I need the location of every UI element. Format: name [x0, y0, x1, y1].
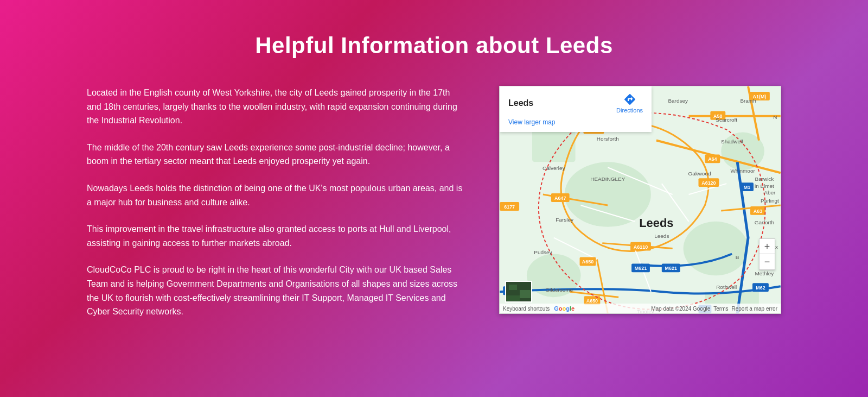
map-report-link[interactable]: Report a map error: [732, 306, 777, 312]
paragraph-2: The middle of the 20th century saw Leeds…: [87, 141, 467, 168]
svg-text:Methley: Methley: [755, 270, 774, 276]
directions-button[interactable]: Directions: [616, 93, 643, 114]
svg-text:Whinmoor: Whinmoor: [730, 168, 755, 174]
svg-text:N: N: [773, 114, 777, 120]
svg-text:Leeds: Leeds: [639, 216, 673, 230]
svg-rect-83: [520, 290, 531, 298]
svg-text:Horsforth: Horsforth: [597, 136, 619, 142]
svg-text:Leeds: Leeds: [654, 233, 669, 239]
content-area: Located in the English county of West Yo…: [87, 86, 781, 319]
map-zoom-controls: + −: [759, 238, 775, 270]
svg-text:6177: 6177: [504, 204, 515, 210]
svg-text:Garforth: Garforth: [755, 219, 774, 225]
svg-text:Bramh: Bramh: [740, 98, 756, 104]
svg-text:A63: A63: [754, 209, 762, 214]
view-larger-map-link[interactable]: View larger map: [508, 118, 555, 126]
directions-icon: [623, 93, 636, 106]
svg-text:Barwick: Barwick: [755, 176, 774, 182]
keyboard-shortcuts-link[interactable]: Keyboard shortcuts: [503, 306, 550, 312]
svg-text:Oakwood: Oakwood: [688, 171, 711, 177]
svg-text:Parlingt: Parlingt: [761, 198, 779, 204]
svg-text:Pudsey: Pudsey: [534, 249, 552, 255]
svg-text:B: B: [736, 254, 739, 260]
svg-text:A647: A647: [554, 196, 566, 201]
svg-text:A64: A64: [708, 156, 717, 162]
paragraph-4: This improvement in the travel infrastru…: [87, 222, 467, 250]
page-title: Helpful Information about Leeds: [255, 33, 613, 59]
svg-text:A650: A650: [582, 259, 593, 264]
svg-text:A6110: A6110: [634, 244, 648, 250]
google-logo: Google: [554, 305, 575, 312]
svg-text:Gildersome: Gildersome: [545, 287, 573, 293]
svg-text:Farsley: Farsley: [556, 217, 573, 223]
map-info-top: Leeds Directions: [508, 93, 643, 114]
text-column: Located in the English county of West Yo…: [87, 86, 467, 319]
map-footer: Keyboard shortcuts Google Map data ©2024…: [500, 304, 781, 313]
zoom-out-button[interactable]: −: [760, 254, 775, 269]
paragraph-1: Located in the English county of West Yo…: [87, 86, 467, 128]
map-data-label: Map data ©2024 Google: [651, 306, 710, 312]
paragraph-3: Nowadays Leeds holds the distinction of …: [87, 181, 467, 209]
svg-text:A6120: A6120: [701, 180, 716, 186]
svg-text:M621: M621: [635, 266, 647, 271]
svg-text:Rothwell: Rothwell: [716, 284, 737, 290]
svg-text:in Elmet: in Elmet: [755, 183, 774, 189]
svg-text:Calverley: Calverley: [542, 165, 565, 171]
svg-text:M62: M62: [756, 285, 765, 291]
svg-point-1: [565, 162, 651, 226]
svg-text:Scarcroft: Scarcroft: [716, 117, 737, 123]
svg-point-2: [684, 222, 748, 276]
svg-text:M621: M621: [665, 266, 677, 271]
map-container: A1(M) A58 A64 A6120 A6120 M1: [499, 86, 781, 314]
svg-text:HEADINGLEY: HEADINGLEY: [590, 176, 625, 182]
svg-text:A650: A650: [586, 298, 598, 304]
svg-text:M1: M1: [744, 185, 750, 190]
svg-text:Bardsey: Bardsey: [668, 98, 687, 104]
map-terms-link[interactable]: Terms: [713, 306, 728, 312]
map-column: A1(M) A58 A64 A6120 A6120 M1: [499, 86, 781, 314]
paragraph-5: CloudCoCo PLC is proud to be right in th…: [87, 263, 467, 318]
directions-text: Directions: [616, 107, 643, 114]
map-footer-left: Keyboard shortcuts Google: [503, 305, 575, 312]
svg-rect-5: [532, 130, 576, 162]
zoom-in-button[interactable]: +: [760, 239, 775, 254]
svg-rect-84: [506, 295, 520, 303]
map-location-name: Leeds: [508, 98, 533, 108]
svg-text:Aber: Aber: [764, 190, 776, 196]
map-footer-right: Map data ©2024 Google Terms Report a map…: [651, 306, 777, 312]
page-wrapper: Helpful Information about Leeds Located …: [0, 0, 868, 397]
svg-rect-82: [509, 285, 517, 290]
map-info-panel: Leeds Directions View larger map: [500, 86, 652, 132]
satellite-thumbnail: [505, 281, 532, 303]
svg-text:Shadwell: Shadwell: [721, 138, 743, 144]
